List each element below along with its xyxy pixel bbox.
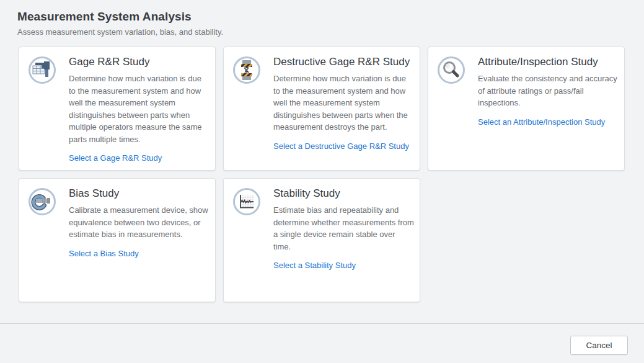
study-card-grid: Gage R&R Study Determine how much variat… — [19, 47, 625, 302]
select-stability-study-link[interactable]: Select a Stability Study — [273, 261, 356, 270]
select-gage-rr-study-link[interactable]: Select a Gage R&R Study — [69, 153, 162, 163]
card-bias-study: Bias Study Calibrate a measurement devic… — [19, 178, 216, 302]
card-title: Stability Study — [273, 187, 415, 200]
page-subtitle: Assess measurement system variation, bia… — [17, 27, 627, 37]
caliper-icon — [28, 56, 56, 84]
select-attribute-inspection-study-link[interactable]: Select an Attribute/Inspection Study — [478, 117, 605, 127]
run-chart-icon — [232, 187, 261, 216]
page-title: Measurement System Analysis — [17, 10, 627, 24]
page-header: Measurement System Analysis Assess measu… — [0, 0, 644, 37]
card-description: Estimate bias and repeatability and dete… — [273, 204, 415, 253]
magnifier-icon — [437, 56, 465, 84]
card-gage-rr-study: Gage R&R Study Determine how much variat… — [19, 47, 216, 171]
card-title: Attribute/Inspection Study — [478, 56, 619, 68]
cancel-button[interactable]: Cancel — [570, 336, 628, 355]
card-description: Determine how much variation is due to t… — [69, 73, 210, 145]
dialog-footer: Cancel — [0, 323, 644, 363]
select-bias-study-link[interactable]: Select a Bias Study — [69, 249, 139, 258]
card-title: Destructive Gage R&R Study — [273, 56, 415, 68]
micrometer-icon — [28, 187, 56, 216]
card-description: Calibrate a measurement device, show equ… — [69, 204, 210, 241]
card-attribute-inspection-study: Attribute/Inspection Study Evaluate the … — [428, 47, 625, 171]
destructive-press-icon — [232, 56, 261, 84]
card-description: Evaluate the consistency and accuracy of… — [478, 73, 619, 109]
card-title: Gage R&R Study — [69, 56, 210, 68]
select-destructive-gage-rr-study-link[interactable]: Select a Destructive Gage R&R Study — [273, 141, 409, 151]
card-stability-study: Stability Study Estimate bias and repeat… — [223, 178, 420, 302]
card-description: Determine how much variation is due to t… — [273, 73, 415, 133]
card-destructive-gage-rr-study: Destructive Gage R&R Study Determine how… — [223, 47, 420, 171]
card-title: Bias Study — [69, 187, 210, 200]
